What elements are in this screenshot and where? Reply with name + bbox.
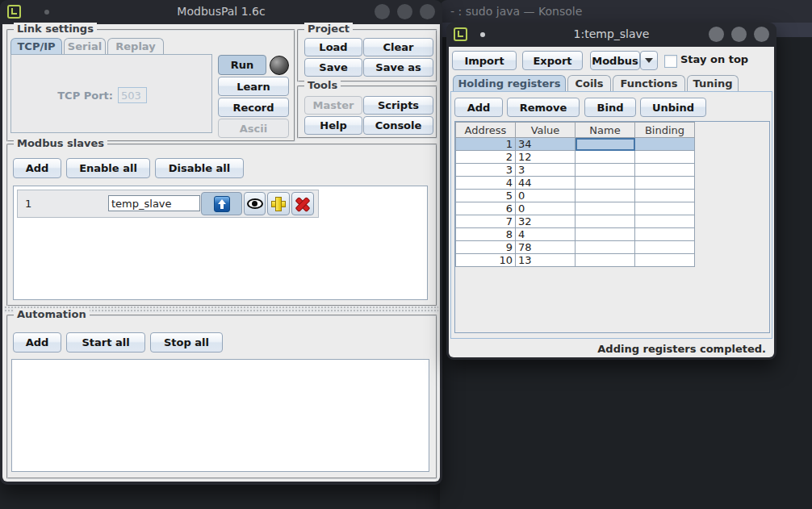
minimize-button[interactable] xyxy=(375,4,390,19)
slave-name-input[interactable] xyxy=(108,195,200,211)
binding-cell[interactable] xyxy=(635,241,695,254)
clear-button[interactable]: Clear xyxy=(363,38,433,56)
export-button[interactable]: Export xyxy=(522,51,583,70)
binding-cell[interactable] xyxy=(635,164,695,177)
column-header-value[interactable]: Value xyxy=(516,123,576,138)
register-unbind-button[interactable]: Unbind xyxy=(640,98,706,117)
address-cell[interactable]: 10 xyxy=(456,254,516,267)
table-row[interactable]: 978 xyxy=(456,241,695,254)
automation-add-button[interactable]: Add xyxy=(13,332,61,353)
master-button[interactable]: Master xyxy=(304,96,362,115)
name-cell[interactable] xyxy=(576,164,635,177)
tcp-port-input[interactable] xyxy=(118,87,147,103)
table-row[interactable]: 33 xyxy=(456,164,695,177)
slave-add-button[interactable]: Add xyxy=(13,158,61,178)
protocol-combobox-arrow-button[interactable] xyxy=(640,51,658,70)
slave-duplicate-button[interactable] xyxy=(267,192,290,215)
save-button[interactable]: Save xyxy=(304,58,362,77)
slave-enable-toggle-button[interactable] xyxy=(201,192,242,215)
address-cell[interactable]: 5 xyxy=(456,190,516,202)
maximize-button[interactable] xyxy=(731,27,747,42)
binding-cell[interactable] xyxy=(635,228,695,241)
help-button[interactable]: Help xyxy=(304,116,362,135)
table-row[interactable]: 84 xyxy=(456,228,695,241)
maximize-button[interactable] xyxy=(397,4,412,19)
address-cell[interactable]: 2 xyxy=(456,151,516,164)
name-cell[interactable] xyxy=(576,215,635,228)
disable-all-button[interactable]: Disable all xyxy=(155,158,244,178)
slave-delete-button[interactable] xyxy=(291,192,314,215)
record-button[interactable]: Record xyxy=(218,98,289,117)
start-all-button[interactable]: Start all xyxy=(66,332,145,353)
tab-serial[interactable]: Serial xyxy=(64,38,106,54)
value-cell[interactable]: 34 xyxy=(516,138,576,151)
name-cell[interactable] xyxy=(576,151,635,164)
register-add-button[interactable]: Add xyxy=(454,98,503,117)
binding-cell[interactable] xyxy=(635,202,695,215)
address-cell[interactable]: 3 xyxy=(456,164,516,177)
value-cell[interactable]: 13 xyxy=(516,254,576,267)
learn-button[interactable]: Learn xyxy=(218,77,289,96)
value-cell[interactable]: 0 xyxy=(516,202,576,215)
enable-all-button[interactable]: Enable all xyxy=(66,158,150,178)
address-cell[interactable]: 6 xyxy=(456,202,516,215)
value-cell[interactable]: 3 xyxy=(516,164,576,177)
name-cell[interactable] xyxy=(576,228,635,241)
load-button[interactable]: Load xyxy=(304,38,362,56)
value-cell[interactable]: 4 xyxy=(516,228,576,241)
name-cell[interactable] xyxy=(576,254,635,267)
table-row[interactable]: 134 xyxy=(456,138,695,151)
console-button[interactable]: Console xyxy=(363,116,433,135)
address-cell[interactable]: 8 xyxy=(456,228,516,241)
table-row[interactable]: 212 xyxy=(456,151,695,164)
name-cell[interactable] xyxy=(576,190,635,202)
binding-cell[interactable] xyxy=(635,138,695,151)
binding-cell[interactable] xyxy=(635,177,695,190)
name-cell[interactable] xyxy=(576,177,635,190)
table-row[interactable]: 50 xyxy=(456,190,695,202)
value-cell[interactable]: 78 xyxy=(516,241,576,254)
name-cell[interactable] xyxy=(576,138,635,151)
register-bind-button[interactable]: Bind xyxy=(584,98,636,117)
tab-functions[interactable]: Functions xyxy=(613,75,685,91)
tab-coils[interactable]: Coils xyxy=(567,75,611,91)
tab-tcpip[interactable]: TCP/IP xyxy=(10,38,62,54)
stay-on-top-checkbox[interactable] xyxy=(664,55,677,68)
scripts-button[interactable]: Scripts xyxy=(363,96,433,115)
binding-cell[interactable] xyxy=(635,215,695,228)
column-header-address[interactable]: Address xyxy=(456,123,516,138)
tab-holding-registers[interactable]: Holding registers xyxy=(453,75,566,91)
close-button[interactable] xyxy=(754,27,769,42)
modbuspal-titlebar[interactable]: ModbusPal 1.6c xyxy=(0,0,442,24)
close-button[interactable] xyxy=(420,4,435,19)
table-row[interactable]: 60 xyxy=(456,202,695,215)
minimize-button[interactable] xyxy=(709,27,724,42)
name-cell[interactable] xyxy=(576,202,635,215)
temp-slave-titlebar[interactable]: 1:temp_slave xyxy=(446,23,776,47)
column-header-name[interactable]: Name xyxy=(576,123,635,138)
register-remove-button[interactable]: Remove xyxy=(507,98,580,117)
value-cell[interactable]: 12 xyxy=(516,151,576,164)
protocol-combobox[interactable]: Modbus xyxy=(590,51,640,70)
import-button[interactable]: Import xyxy=(452,51,517,70)
save-as-button[interactable]: Save as xyxy=(363,58,433,77)
stop-all-button[interactable]: Stop all xyxy=(150,332,223,353)
value-cell[interactable]: 0 xyxy=(516,190,576,202)
table-row[interactable]: 444 xyxy=(456,177,695,190)
table-row[interactable]: 732 xyxy=(456,215,695,228)
name-cell[interactable] xyxy=(576,241,635,254)
address-cell[interactable]: 7 xyxy=(456,215,516,228)
address-cell[interactable]: 4 xyxy=(456,177,516,190)
slave-row[interactable]: 1 xyxy=(17,190,319,218)
value-cell[interactable]: 32 xyxy=(516,215,576,228)
column-header-binding[interactable]: Binding xyxy=(635,123,695,138)
slave-view-button[interactable] xyxy=(244,192,266,215)
ascii-button[interactable]: Ascii xyxy=(218,119,289,138)
address-cell[interactable]: 1 xyxy=(456,138,516,151)
binding-cell[interactable] xyxy=(635,151,695,164)
binding-cell[interactable] xyxy=(635,190,695,202)
tab-replay[interactable]: Replay xyxy=(107,38,164,54)
run-button[interactable]: Run xyxy=(218,55,266,75)
value-cell[interactable]: 44 xyxy=(516,177,576,190)
address-cell[interactable]: 9 xyxy=(456,241,516,254)
